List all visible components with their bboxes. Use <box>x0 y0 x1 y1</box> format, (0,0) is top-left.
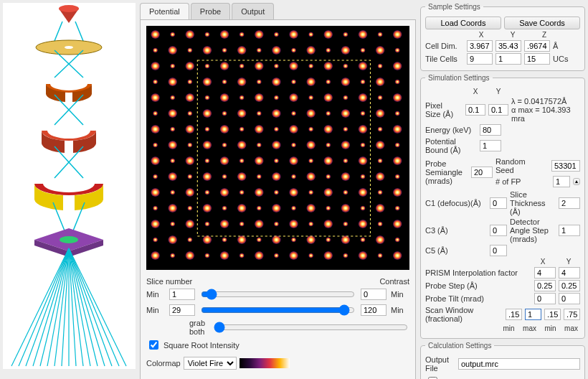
scan-window-ymax[interactable] <box>564 309 580 320</box>
tab-probe[interactable]: Probe <box>191 3 230 19</box>
slice-thickness-label: Slice Thickness (Å) <box>510 190 556 216</box>
tile-cells-z[interactable] <box>524 53 550 65</box>
probe-tilt-y[interactable] <box>559 293 580 304</box>
tab-output[interactable]: Output <box>232 3 274 19</box>
tile-cells-x[interactable] <box>467 53 493 65</box>
grab-both-slider[interactable] <box>214 322 408 333</box>
c3-input[interactable] <box>490 225 507 236</box>
probe-step-x[interactable] <box>534 280 556 291</box>
svg-point-174 <box>203 172 212 181</box>
svg-point-75 <box>308 64 313 68</box>
svg-point-40 <box>220 30 229 39</box>
detector-step-input[interactable] <box>559 225 580 236</box>
pixel-size-y[interactable] <box>488 104 508 116</box>
scan-window-xmax[interactable] <box>525 309 541 320</box>
cell-dim-y[interactable] <box>495 40 521 52</box>
svg-point-175 <box>222 174 227 179</box>
svg-point-236 <box>237 235 247 244</box>
svg-point-123 <box>361 111 366 116</box>
svg-point-66 <box>151 62 160 70</box>
save-coords-button[interactable]: Save Coords <box>504 17 580 29</box>
svg-point-253 <box>274 253 279 258</box>
tile-cells-y[interactable] <box>495 53 521 65</box>
svg-point-99 <box>205 95 210 100</box>
svg-point-49 <box>378 32 383 37</box>
prism-y[interactable] <box>559 267 580 279</box>
svg-point-109 <box>378 95 383 100</box>
svg-point-176 <box>237 172 247 181</box>
svg-point-218 <box>186 220 195 228</box>
c1-input[interactable] <box>490 197 507 209</box>
svg-point-132 <box>255 125 264 134</box>
svg-point-259 <box>378 253 383 258</box>
svg-point-157 <box>170 159 175 163</box>
scan-window-xmin[interactable] <box>506 309 522 320</box>
svg-point-87 <box>257 80 262 84</box>
svg-point-197 <box>343 190 348 195</box>
svg-point-155 <box>395 143 400 147</box>
c5-input[interactable] <box>490 245 507 256</box>
energy-input[interactable] <box>480 124 501 136</box>
slice-min2-input[interactable] <box>169 304 195 316</box>
slice-thickness-input[interactable] <box>559 197 580 209</box>
svg-point-153 <box>361 143 366 147</box>
contrast-min1-label: Min <box>391 290 409 299</box>
load-coords-button[interactable]: Load Coords <box>425 17 501 29</box>
svg-point-250 <box>220 251 229 260</box>
scan-window-ymin[interactable] <box>544 309 561 320</box>
svg-point-228 <box>359 220 368 228</box>
svg-point-233 <box>187 238 192 242</box>
svg-point-112 <box>168 109 177 118</box>
svg-point-181 <box>326 174 331 179</box>
slice-min1-slider[interactable] <box>201 289 355 300</box>
svg-point-69 <box>205 64 210 68</box>
tab-potential[interactable]: Potential <box>140 3 189 19</box>
svg-point-200 <box>393 188 402 197</box>
svg-point-125 <box>395 111 400 116</box>
svg-point-17 <box>60 236 78 243</box>
probe-tilt-x[interactable] <box>534 293 556 304</box>
svg-point-57 <box>257 48 262 52</box>
colormap-select[interactable]: Violet Fire <box>184 357 237 370</box>
svg-point-258 <box>359 251 368 260</box>
potential-bound-input[interactable] <box>480 140 501 151</box>
svg-point-184 <box>376 172 385 181</box>
colormap-strip <box>240 358 290 368</box>
svg-point-97 <box>170 95 175 100</box>
svg-point-188 <box>186 188 195 197</box>
svg-point-185 <box>395 174 400 179</box>
contrast-min2-input[interactable] <box>361 304 387 316</box>
svg-point-76 <box>323 62 333 70</box>
output-file-input[interactable] <box>458 358 580 370</box>
semiangle-input[interactable] <box>471 167 493 178</box>
probe-tilt-label: Probe Tilt (mrad) <box>425 294 531 303</box>
svg-point-177 <box>257 174 262 179</box>
svg-point-42 <box>255 30 264 39</box>
svg-line-30 <box>69 248 98 366</box>
fp-up[interactable]: ▴ <box>573 178 580 185</box>
cell-dim-x[interactable] <box>467 40 493 52</box>
svg-point-118 <box>272 109 281 118</box>
contrast-min1-input[interactable] <box>361 289 387 300</box>
svg-point-242 <box>341 235 351 244</box>
contrast-label: Contrast <box>379 277 409 286</box>
sqrt-intensity-checkbox[interactable] <box>149 340 158 350</box>
probe-step-y[interactable] <box>559 280 580 291</box>
cell-dim-z[interactable] <box>524 40 550 52</box>
fp-input[interactable] <box>553 176 570 187</box>
slice-min2-label: Min <box>146 306 165 314</box>
slice-number-label: Slice number <box>146 277 192 286</box>
svg-point-173 <box>187 174 192 179</box>
slice-min2-slider[interactable] <box>201 304 355 316</box>
svg-point-201 <box>153 206 158 210</box>
svg-point-86 <box>237 78 247 86</box>
random-seed-input[interactable] <box>551 160 580 172</box>
svg-point-140 <box>393 125 402 134</box>
pixel-size-x[interactable] <box>465 104 485 116</box>
prism-x[interactable] <box>534 267 556 279</box>
slice-min1-input[interactable] <box>169 289 195 300</box>
random-seed-label: Random Seed <box>495 157 546 174</box>
svg-point-43 <box>274 32 279 37</box>
svg-point-168 <box>359 156 368 165</box>
output-file-label: Output File <box>425 355 455 373</box>
